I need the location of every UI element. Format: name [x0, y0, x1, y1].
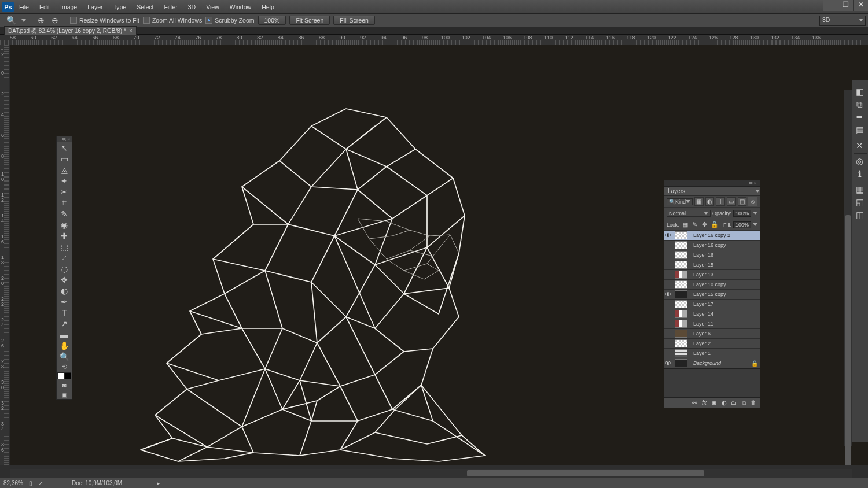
- layer-thumbnail[interactable]: [675, 280, 687, 289]
- swap-colors-icon[interactable]: ⟲: [57, 362, 72, 371]
- filter-shape-icon[interactable]: ▭: [727, 197, 736, 206]
- layer-name[interactable]: Layer 1: [692, 350, 751, 356]
- color-swatches[interactable]: [57, 372, 71, 379]
- tool-19[interactable]: 🔍: [57, 351, 72, 362]
- layer-thumbnail[interactable]: [675, 300, 687, 308]
- fill-value[interactable]: 100%: [733, 221, 751, 228]
- foreground-color[interactable]: [57, 372, 64, 379]
- filter-kind-select[interactable]: 🔍 Kind: [667, 198, 693, 205]
- workspace-switcher[interactable]: 3D: [819, 16, 866, 26]
- layer-thumbnail[interactable]: [675, 271, 687, 279]
- adjustment-layer-icon[interactable]: ◐: [720, 399, 728, 406]
- dock-icon-8[interactable]: ◱: [854, 196, 866, 209]
- layer-mask-icon[interactable]: ◙: [710, 399, 718, 406]
- tool-10[interactable]: ⟋: [57, 252, 72, 263]
- dock-icon-9[interactable]: ◫: [854, 209, 866, 221]
- layers-panel-header[interactable]: ≪ ×: [664, 180, 760, 187]
- layers-tab[interactable]: Layers: [664, 187, 760, 196]
- fill-screen-button[interactable]: Fill Screen: [333, 16, 375, 25]
- fit-screen-button[interactable]: Fit Screen: [289, 16, 330, 25]
- dock-icon-5[interactable]: ◎: [854, 155, 866, 168]
- zoom-out-icon[interactable]: ⊖: [50, 16, 60, 25]
- blend-mode-select[interactable]: Normal: [667, 210, 711, 217]
- layer-name[interactable]: Layer 13: [692, 272, 751, 278]
- dock-icon-7[interactable]: ▦: [854, 183, 866, 196]
- scrollbar-thumb[interactable]: [845, 215, 851, 465]
- layer-name[interactable]: Background: [692, 360, 751, 366]
- layer-row[interactable]: Layer 11: [664, 319, 760, 329]
- lock-transparency-icon[interactable]: ▦: [681, 221, 689, 229]
- tool-18[interactable]: ✋: [57, 340, 72, 351]
- lock-position-icon[interactable]: ✥: [701, 221, 709, 229]
- layer-row[interactable]: Layer 10 copy: [664, 280, 760, 290]
- nav-button-right[interactable]: ↗: [38, 480, 43, 486]
- dock-icon-6[interactable]: ℹ: [854, 168, 866, 180]
- dock-icon-4[interactable]: ✕: [854, 139, 866, 152]
- layer-row[interactable]: Layer 16: [664, 250, 760, 260]
- scrollbar-thumb[interactable]: [467, 470, 704, 476]
- layer-thumbnail[interactable]: [675, 330, 687, 338]
- layer-row[interactable]: Layer 2: [664, 339, 760, 349]
- filter-smart-icon[interactable]: ◫: [738, 197, 747, 206]
- filter-adjust-icon[interactable]: ◐: [705, 197, 715, 206]
- dock-icon-1[interactable]: ⧉: [854, 98, 866, 111]
- minimize-button[interactable]: —: [823, 0, 838, 11]
- filter-pixel-icon[interactable]: ▦: [694, 197, 704, 206]
- tool-6[interactable]: ✎: [57, 208, 72, 219]
- visibility-toggle-icon[interactable]: 👁: [664, 291, 672, 298]
- tool-0[interactable]: ↖: [57, 142, 72, 153]
- layer-row[interactable]: Layer 13: [664, 270, 760, 280]
- tool-13[interactable]: ◐: [57, 285, 72, 296]
- layer-row[interactable]: Layer 1: [664, 349, 760, 358]
- layer-row[interactable]: Layer 16 copy: [664, 241, 760, 250]
- menu-3d[interactable]: 3D: [183, 3, 201, 10]
- new-layer-icon[interactable]: ⧉: [740, 399, 748, 406]
- layer-thumbnail[interactable]: [675, 241, 687, 249]
- lock-all-icon[interactable]: 🔒: [711, 221, 719, 229]
- tool-2[interactable]: ◬: [57, 164, 72, 175]
- popup-arrow-icon[interactable]: ▸: [157, 480, 160, 486]
- tool-16[interactable]: ↗: [57, 318, 72, 329]
- tools-panel-header[interactable]: ≪ ×: [57, 136, 72, 142]
- tool-7[interactable]: ◉: [57, 219, 72, 230]
- fill-dropdown-icon[interactable]: [753, 223, 757, 226]
- layer-thumbnail[interactable]: [675, 251, 687, 259]
- tool-1[interactable]: ▭: [57, 153, 72, 164]
- layer-thumbnail[interactable]: [675, 320, 687, 328]
- layer-name[interactable]: Layer 6: [692, 331, 751, 337]
- layer-row[interactable]: 👁Layer 16 copy 2: [664, 231, 760, 241]
- zoom-tool-caret-icon[interactable]: [21, 19, 26, 22]
- layer-name[interactable]: Layer 14: [692, 311, 751, 317]
- tool-9[interactable]: ⬚: [57, 241, 72, 252]
- screen-mode-icon[interactable]: ▣: [57, 390, 72, 399]
- menu-help[interactable]: Help: [256, 3, 279, 10]
- tool-12[interactable]: ✥: [57, 274, 72, 285]
- tool-17[interactable]: ▬: [57, 329, 72, 340]
- link-layers-icon[interactable]: ⚯: [690, 399, 698, 406]
- layers-panel[interactable]: ≪ × Layers 🔍 Kind ▦ ◐ T ▭ ◫ ⎋ Normal Opa…: [664, 180, 760, 408]
- quick-mask-icon[interactable]: ◙: [57, 380, 72, 390]
- opacity-value[interactable]: 100%: [733, 210, 751, 217]
- restore-button[interactable]: ❐: [838, 0, 853, 11]
- layer-name[interactable]: Layer 16 copy: [692, 242, 751, 248]
- layer-thumbnail[interactable]: [675, 290, 687, 298]
- layer-thumbnail[interactable]: [675, 310, 687, 318]
- close-tab-icon[interactable]: ×: [129, 28, 133, 34]
- layer-thumbnail[interactable]: [675, 339, 687, 347]
- scrubby-zoom-checkbox[interactable]: Scrubby Zoom: [205, 17, 254, 24]
- menu-type[interactable]: Type: [108, 3, 131, 10]
- layer-thumbnail[interactable]: [675, 359, 687, 367]
- document-tab[interactable]: DAT.psd @ 82,4% (Layer 16 copy 2, RGB/8)…: [4, 26, 137, 35]
- filter-toggle-icon[interactable]: ⎋: [748, 197, 757, 206]
- zoom-tool-icon[interactable]: 🔍: [5, 16, 18, 25]
- tool-11[interactable]: ◌: [57, 263, 72, 274]
- zoom-in-icon[interactable]: ⊕: [36, 16, 46, 25]
- layer-name[interactable]: Layer 15: [692, 262, 751, 268]
- zoom-all-checkbox[interactable]: Zoom All Windows: [143, 17, 202, 24]
- zoom-level[interactable]: 82,36%: [3, 480, 23, 486]
- tool-5[interactable]: ⌗: [57, 197, 72, 208]
- menu-layer[interactable]: Layer: [82, 3, 108, 10]
- layer-row[interactable]: Layer 15: [664, 260, 760, 270]
- vertical-scrollbar[interactable]: [844, 90, 852, 446]
- lock-pixels-icon[interactable]: ✎: [691, 221, 699, 229]
